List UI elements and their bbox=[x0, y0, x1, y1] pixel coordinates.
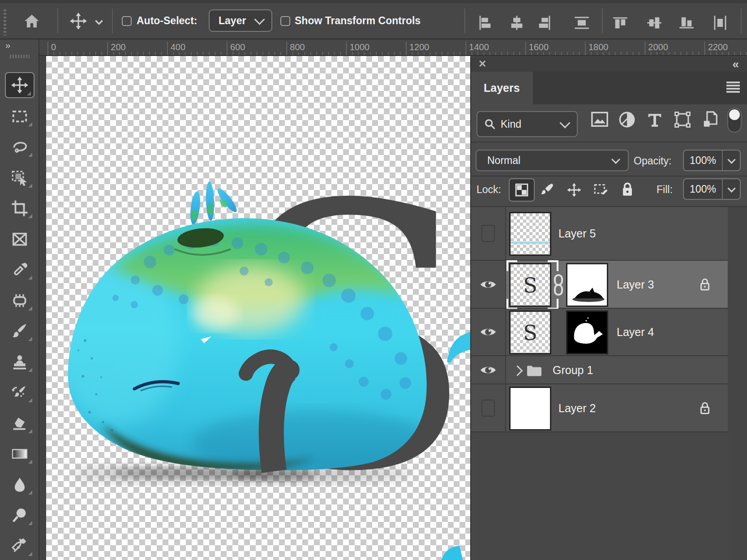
eye-icon bbox=[480, 364, 497, 376]
tool-flyout-indicator bbox=[28, 521, 32, 525]
svg-text:S: S bbox=[523, 321, 537, 345]
toolbox-grip[interactable] bbox=[10, 55, 30, 58]
filter-pixel-layers-icon[interactable] bbox=[591, 111, 609, 129]
home-button[interactable] bbox=[23, 13, 40, 30]
lock-label: Lock: bbox=[477, 184, 501, 196]
close-icon[interactable]: ✕ bbox=[478, 58, 486, 70]
toolbox-expand-icon[interactable]: » bbox=[5, 40, 9, 51]
frame-tool[interactable] bbox=[0, 226, 39, 253]
crop-icon bbox=[11, 200, 28, 217]
ruler-label: 2000 bbox=[648, 42, 668, 52]
collapse-panel-icon[interactable]: « bbox=[733, 57, 739, 71]
layer-mask-thumbnail[interactable] bbox=[566, 263, 608, 307]
blur-tool[interactable] bbox=[0, 471, 39, 498]
opacity-control[interactable]: 100% bbox=[683, 150, 741, 171]
layer-thumbnail[interactable] bbox=[509, 212, 551, 256]
gradient-tool[interactable] bbox=[0, 440, 39, 467]
history-brush-tool[interactable] bbox=[0, 379, 39, 406]
lock-all-icon[interactable] bbox=[621, 181, 634, 198]
dodge-tool[interactable] bbox=[0, 502, 39, 529]
pen-tool[interactable] bbox=[0, 533, 39, 560]
separator bbox=[741, 9, 742, 33]
layer-row-group-1[interactable]: Group 1 bbox=[471, 356, 729, 384]
layer-lock-icon bbox=[699, 278, 711, 291]
visibility-toggle[interactable] bbox=[471, 309, 506, 355]
move-tool[interactable] bbox=[5, 72, 34, 98]
marquee-icon bbox=[11, 108, 28, 125]
filter-type-layers-icon[interactable] bbox=[646, 111, 664, 129]
eyedropper-tool[interactable] bbox=[0, 256, 39, 283]
layer-name[interactable]: Group 1 bbox=[553, 364, 593, 377]
crop-tool[interactable] bbox=[0, 195, 39, 222]
mask-link-icon[interactable] bbox=[553, 274, 564, 296]
selected-thumb-corner bbox=[507, 260, 517, 271]
lasso-tool[interactable] bbox=[0, 134, 39, 160]
spot-healing-brush-tool[interactable] bbox=[0, 287, 39, 314]
align-top-edges-button[interactable] bbox=[612, 15, 628, 31]
options-bar-grip[interactable] bbox=[4, 9, 6, 35]
chevron-down-icon bbox=[611, 155, 620, 164]
visibility-toggle[interactable] bbox=[471, 384, 506, 431]
visibility-toggle[interactable] bbox=[471, 261, 506, 308]
separator bbox=[57, 9, 58, 33]
show-transform-checkbox[interactable] bbox=[280, 16, 290, 26]
visibility-toggle[interactable] bbox=[471, 356, 506, 383]
layer-filtering-toggle[interactable] bbox=[727, 108, 742, 133]
layer-row-layer-2[interactable]: Layer 2 bbox=[471, 384, 729, 432]
layer-name[interactable]: Layer 5 bbox=[558, 227, 596, 240]
object-selection-tool[interactable] bbox=[0, 164, 39, 191]
selected-thumb-corner bbox=[548, 299, 558, 310]
layer-list-empty-area[interactable] bbox=[471, 432, 729, 560]
align-horizontal-centers-button[interactable] bbox=[509, 15, 525, 31]
fill-control[interactable]: 100% bbox=[683, 178, 741, 200]
layer-lock-icon bbox=[699, 401, 711, 415]
layer-mask-thumbnail[interactable] bbox=[566, 310, 608, 354]
filter-smart-objects-icon[interactable] bbox=[701, 111, 719, 129]
align-horizontal-centers-icon bbox=[509, 15, 525, 31]
distribute-vertical-centers-button[interactable] bbox=[574, 15, 590, 31]
layer-name[interactable]: Layer 2 bbox=[558, 402, 596, 415]
filter-kind-dropdown[interactable]: Kind bbox=[477, 111, 578, 137]
panel-menu-icon[interactable] bbox=[726, 82, 740, 93]
eraser-tool[interactable] bbox=[0, 410, 39, 437]
tab-layers[interactable]: Layers bbox=[471, 72, 533, 104]
layer-row-layer-3[interactable]: SLayer 3 bbox=[471, 261, 729, 309]
tool-flyout-indicator bbox=[28, 398, 32, 402]
tool-preset-chevron-icon[interactable] bbox=[93, 16, 105, 28]
ruler-label: 1400 bbox=[469, 42, 489, 52]
auto-select-checkbox[interactable] bbox=[122, 16, 132, 26]
hidden-visibility-box bbox=[481, 400, 495, 417]
align-left-edges-icon bbox=[477, 15, 493, 31]
layer-thumbnail[interactable]: S bbox=[509, 310, 551, 354]
lock-pixels-icon[interactable] bbox=[539, 182, 554, 198]
align-bottom-edges-button[interactable] bbox=[678, 15, 695, 31]
blend-mode-dropdown[interactable]: Normal bbox=[476, 150, 629, 171]
ruler-label: 800 bbox=[290, 42, 305, 52]
lock-transparency-button[interactable] bbox=[509, 178, 535, 202]
layer-row-layer-5[interactable]: Layer 5 bbox=[471, 207, 729, 261]
layer-row-layer-4[interactable]: SLayer 4 bbox=[471, 309, 729, 356]
layer-name[interactable]: Layer 4 bbox=[617, 326, 654, 339]
align-right-edges-icon bbox=[537, 15, 553, 31]
filter-shape-layers-icon[interactable] bbox=[674, 111, 691, 129]
clone-stamp-tool[interactable] bbox=[0, 349, 39, 375]
filter-adjustment-layers-icon[interactable] bbox=[618, 111, 636, 129]
align-vertical-centers-button[interactable] bbox=[646, 15, 662, 31]
align-left-edges-button[interactable] bbox=[477, 15, 493, 31]
visibility-toggle[interactable] bbox=[471, 207, 506, 260]
distribute-horizontal-centers-button[interactable] bbox=[712, 15, 728, 31]
lock-position-icon[interactable] bbox=[567, 182, 582, 198]
rectangular-marquee-tool[interactable] bbox=[0, 103, 39, 130]
layer-thumbnail[interactable] bbox=[509, 387, 551, 431]
brush-tool[interactable] bbox=[0, 318, 39, 345]
layer-name[interactable]: Layer 3 bbox=[617, 278, 654, 291]
align-right-edges-button[interactable] bbox=[537, 15, 553, 31]
toolbox: » bbox=[0, 39, 39, 560]
eye-icon bbox=[480, 326, 497, 338]
auto-select-target-dropdown[interactable]: Layer bbox=[209, 9, 272, 32]
horizontal-ruler[interactable]: 0200400600800100012001400160018002000220… bbox=[39, 39, 747, 56]
fill-label: Fill: bbox=[657, 184, 673, 196]
lock-artboard-icon[interactable] bbox=[593, 182, 608, 198]
move-tool-icon[interactable] bbox=[70, 13, 87, 30]
objselect-icon bbox=[11, 169, 28, 186]
